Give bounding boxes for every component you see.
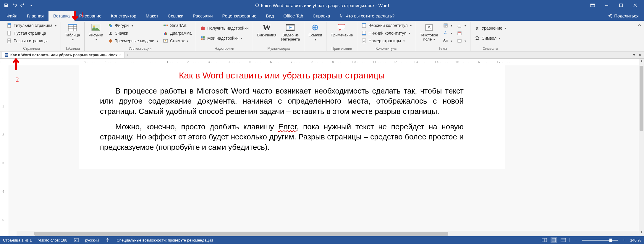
document-canvas[interactable]: 3 · · · ·2 · · · ·1 · · · · · · · ·1 · ·… xyxy=(8,59,644,236)
zoom-slider[interactable] xyxy=(582,240,618,241)
status-page[interactable]: Страница 1 из 1 xyxy=(3,238,32,242)
lightbulb-icon xyxy=(339,13,344,18)
blank-page-button[interactable]: Пустая страница xyxy=(5,30,58,37)
table-button[interactable]: Таблица▾ xyxy=(63,22,82,44)
read-mode-icon[interactable] xyxy=(541,237,548,243)
web-layout-icon[interactable] xyxy=(560,237,567,243)
header-button[interactable]: Верхний колонтитул▾ xyxy=(360,22,413,29)
accessibility-icon[interactable] xyxy=(105,238,110,242)
svg-rect-19 xyxy=(110,25,112,27)
get-addins-button[interactable]: Получить надстройки xyxy=(198,25,250,32)
tab-home[interactable]: Главная xyxy=(22,11,48,21)
proofing-icon[interactable] xyxy=(74,238,79,242)
blank-page-icon xyxy=(7,30,12,36)
print-layout-icon[interactable] xyxy=(551,237,557,243)
minimize-icon[interactable] xyxy=(604,2,610,8)
svg-rect-63 xyxy=(552,238,556,242)
svg-rect-33 xyxy=(203,38,205,40)
object-icon xyxy=(457,38,462,44)
quick-parts-button[interactable]: ▾ xyxy=(441,22,454,29)
symbol-button[interactable]: Ω Символ▾ xyxy=(473,35,508,42)
tab-draw[interactable]: Рисование xyxy=(75,11,106,21)
horizontal-scrollbar[interactable] xyxy=(17,231,639,236)
status-language[interactable]: русский xyxy=(85,238,99,242)
page-break-button[interactable]: Разрыв страницы xyxy=(5,37,58,44)
close-icon[interactable] xyxy=(632,2,638,8)
ribbon-display-icon[interactable] xyxy=(590,2,596,8)
tab-layout[interactable]: Макет xyxy=(141,11,163,21)
group-illustrations: Рисунки▾ Фигуры▾ Значки Трехмерные модел… xyxy=(85,22,196,51)
group-label-text: Текст xyxy=(418,46,468,51)
icons-button[interactable]: Значки xyxy=(106,30,160,37)
pictures-button[interactable]: Рисунки▾ xyxy=(87,22,105,44)
footer-button[interactable]: Нижний колонтитул▾ xyxy=(360,30,413,37)
tab-file[interactable]: Файл xyxy=(2,11,22,21)
wikipedia-button[interactable]: W Википедия xyxy=(255,22,278,44)
my-addins-button[interactable]: Мои надстройки▾ xyxy=(198,35,250,42)
undo-icon[interactable] xyxy=(12,3,17,8)
text-box-button[interactable]: A Текстовое поле ▾ xyxy=(418,22,440,44)
redo-icon[interactable] xyxy=(20,3,25,8)
tell-me-search[interactable]: Что вы хотите сделать? xyxy=(339,11,394,21)
title-bar: ▾ Как в Word вставить или убрать разрыв … xyxy=(0,0,644,11)
cover-page-button[interactable]: Титульная страница▾ xyxy=(5,22,58,29)
tab-insert[interactable]: Вставка xyxy=(48,11,75,21)
page-number-button[interactable]: # Номер страницы▾ xyxy=(360,37,413,44)
comment-button[interactable]: Примечание xyxy=(329,22,355,44)
share-button[interactable]: Поделиться xyxy=(608,11,644,21)
svg-rect-42 xyxy=(362,23,366,24)
tab-references[interactable]: Ссылки xyxy=(163,11,188,21)
tab-review[interactable]: Рецензирование xyxy=(217,11,261,21)
svg-rect-4 xyxy=(619,4,622,7)
tab-close-all-icon[interactable]: × xyxy=(637,53,642,57)
new-tab-button[interactable]: ▫ xyxy=(125,53,131,57)
status-accessibility[interactable]: Специальные возможности: проверьте реком… xyxy=(116,238,213,242)
drop-cap-button[interactable]: A≡▾ xyxy=(441,37,454,44)
customize-qat-icon[interactable]: ▾ xyxy=(28,3,34,8)
annotation-label-2: 2 xyxy=(15,76,19,84)
tab-office-tab[interactable]: Office Tab xyxy=(279,11,308,21)
maximize-icon[interactable] xyxy=(618,2,624,8)
document-title: Как в Word вставить или убрать разрыв ст… xyxy=(255,3,389,8)
smartart-icon xyxy=(163,23,168,28)
svg-point-60 xyxy=(107,238,108,239)
3d-models-button[interactable]: Трехмерные модели▾ xyxy=(106,37,160,44)
vertical-scrollbar[interactable]: ▲▼ xyxy=(639,59,644,236)
screenshot-icon xyxy=(163,38,168,44)
group-links: Ссылки▾ xyxy=(304,22,326,51)
smartart-button[interactable]: SmartArt xyxy=(161,22,193,29)
object-button[interactable]: ▾ xyxy=(455,37,468,44)
equation-button[interactable]: π Уравнение▾ xyxy=(473,25,508,32)
svg-rect-29 xyxy=(201,27,205,30)
online-video-button[interactable]: Видео из Интернета xyxy=(279,22,302,44)
video-icon xyxy=(285,22,295,33)
horizontal-ruler[interactable]: 3 · · · ·2 · · · ·1 · · · · · · · ·1 · ·… xyxy=(8,59,644,65)
tab-help[interactable]: Справка xyxy=(308,11,335,21)
collapse-ribbon-button[interactable] xyxy=(635,22,644,51)
signature-line-button[interactable]: ▾ xyxy=(455,22,468,29)
document-paragraph-2: Можно, конечно, просто долбить клавишу E… xyxy=(100,122,464,152)
document-tab[interactable]: W Как в Word вставить или убрать разрыв … xyxy=(1,52,125,58)
zoom-out-icon[interactable]: − xyxy=(573,237,579,243)
close-tab-icon[interactable]: × xyxy=(119,53,122,57)
screenshot-button[interactable]: Снимок▾ xyxy=(161,37,193,44)
cover-page-icon xyxy=(7,23,12,28)
tab-dropdown-icon[interactable]: ▾ xyxy=(632,53,636,57)
vertical-ruler[interactable]: L ·12345 xyxy=(0,59,8,236)
chart-button[interactable]: Диаграмма xyxy=(161,30,193,37)
spelling-error[interactable]: Enrer xyxy=(278,122,297,131)
svg-rect-36 xyxy=(286,30,295,31)
tab-mailings[interactable]: Рассылки xyxy=(188,11,217,21)
signature-icon xyxy=(457,23,462,28)
shapes-button[interactable]: Фигуры▾ xyxy=(106,22,160,29)
save-icon[interactable] xyxy=(4,3,9,8)
date-time-button[interactable] xyxy=(455,30,468,37)
tab-view[interactable]: Вид xyxy=(261,11,279,21)
status-word-count[interactable]: Число слов: 188 xyxy=(38,238,67,242)
wordart-button[interactable]: A▾ xyxy=(441,30,454,37)
links-button[interactable]: Ссылки▾ xyxy=(307,22,324,44)
equation-icon: π xyxy=(475,25,480,31)
zoom-in-icon[interactable]: + xyxy=(621,237,627,243)
zoom-level[interactable]: 140 % xyxy=(630,238,641,242)
tab-design[interactable]: Конструктор xyxy=(106,11,141,21)
